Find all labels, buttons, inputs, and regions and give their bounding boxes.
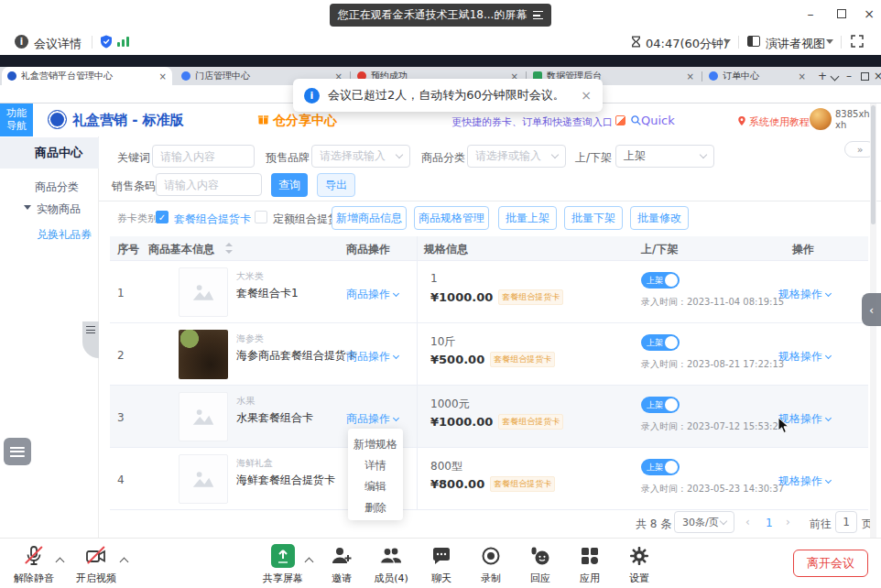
toast-close-icon[interactable]: × <box>581 88 592 103</box>
prev-page-icon[interactable]: ‹ <box>745 516 750 528</box>
menu-item-delete[interactable]: 删除 <box>348 497 403 518</box>
spec-op-link[interactable]: 规格操作 <box>778 349 831 365</box>
sidebar-item-physical-goods[interactable]: 实物商品 <box>37 201 81 217</box>
menu-item-edit[interactable]: 编辑 <box>348 476 403 497</box>
keyword-label: 关键词 <box>117 150 150 166</box>
product-name: 海鲜套餐组合提货卡 <box>236 473 335 488</box>
spec-op-link[interactable]: 规格操作 <box>778 287 831 302</box>
toggle-label: 上架 <box>647 462 663 474</box>
shelf-select[interactable]: 上架 <box>615 145 714 168</box>
entry-time: 录入时间：2023-07-12 15:53:27 <box>641 420 784 433</box>
menu-item-detail[interactable]: 详情 <box>348 455 403 476</box>
quick-entry-icon[interactable] <box>615 115 625 125</box>
page-size-select[interactable]: 30条/页 <box>674 511 734 533</box>
product-photo <box>179 330 228 379</box>
goods-op-link[interactable]: 商品操作 <box>346 349 398 365</box>
sort-icon[interactable] <box>225 243 233 254</box>
scrollbar-thumb[interactable] <box>871 105 876 224</box>
record-button[interactable]: 录制 <box>466 544 516 585</box>
browser-minimize-button[interactable]: – <box>846 70 852 82</box>
shelf-toggle-on[interactable]: 上架 <box>641 272 680 289</box>
sidebar-item-goods-category[interactable]: 商品分类 <box>35 180 79 195</box>
shelf-toggle-on[interactable]: 上架 <box>641 334 680 351</box>
barcode-input[interactable] <box>156 173 262 196</box>
window-minimize-button[interactable]: – <box>799 6 822 21</box>
checkbox-combo-card-label[interactable]: 套餐组合提货卡 <box>174 212 251 227</box>
checkbox-fixed-card-unchecked[interactable] <box>255 211 267 223</box>
start-video-button[interactable]: 开启视频 <box>71 544 121 585</box>
expand-caret-icon[interactable] <box>24 205 31 210</box>
quick-link[interactable]: Quick <box>641 114 675 127</box>
batch-off-shelf-button[interactable]: 批量下架 <box>564 206 623 230</box>
share-screen-button[interactable]: 共享屏幕 <box>258 544 308 585</box>
spec-qty: 1000元 <box>430 397 470 412</box>
fullscreen-icon[interactable] <box>850 34 865 49</box>
spec-qty: 1 <box>430 272 438 285</box>
tab4-close-icon[interactable]: × <box>687 71 694 82</box>
reactions-button[interactable]: 回应 <box>516 544 565 585</box>
shelf-toggle-on[interactable]: 上架 <box>641 397 680 413</box>
batch-on-shelf-button[interactable]: 批量上架 <box>498 206 557 230</box>
shield-icon[interactable] <box>99 34 114 49</box>
floating-list-widget[interactable] <box>4 438 31 465</box>
current-page[interactable]: 1 <box>766 517 773 529</box>
meeting-timer[interactable]: 04:47(60分钟) <box>646 36 728 52</box>
next-page-icon[interactable]: › <box>786 516 790 528</box>
tab5-close-icon[interactable]: × <box>799 71 806 82</box>
goods-op-link-open[interactable]: 商品操作 <box>346 411 398 427</box>
spec-manage-button[interactable]: 商品规格管理 <box>414 206 489 230</box>
search-button[interactable]: 查询 <box>271 173 308 197</box>
th-spec-info: 规格信息 <box>424 242 468 257</box>
menu-item-add-spec[interactable]: 新增规格 <box>348 434 403 455</box>
flap-menu-icon[interactable] <box>86 326 95 333</box>
timer-dropdown-icon[interactable] <box>723 39 731 44</box>
shelf-toggle-on[interactable]: 上架 <box>641 459 680 475</box>
browser-maximize-button[interactable] <box>861 72 869 81</box>
add-goods-button[interactable]: 新增商品信息 <box>332 206 407 230</box>
tab2-favicon <box>181 71 190 81</box>
browser-close-button[interactable]: × <box>874 70 881 82</box>
layout-view-icon[interactable] <box>747 36 760 47</box>
sidebar-section-goods-center[interactable]: 商品中心 <box>0 137 99 169</box>
column-divider <box>417 236 418 510</box>
spec-op-label: 规格操作 <box>778 349 822 365</box>
view-dropdown-icon[interactable] <box>826 39 833 44</box>
members-button[interactable]: 成员(4) <box>366 544 416 585</box>
row-index: 2 <box>117 349 125 362</box>
goto-page-input[interactable] <box>835 511 857 533</box>
tab1-close-icon[interactable]: × <box>159 71 167 82</box>
category-select[interactable]: 请选择或输入 <box>467 145 566 168</box>
chat-button[interactable]: 聊天 <box>417 544 466 585</box>
tutorial-link[interactable]: 系统使用教程 <box>749 115 810 129</box>
leave-meeting-button[interactable]: 离开会议 <box>793 550 868 577</box>
th-goods-info[interactable]: 商品基本信息 <box>148 242 214 257</box>
export-button[interactable]: 导出 <box>317 173 355 197</box>
sidebar-item-gift-voucher-active[interactable]: 兑换礼品券 <box>37 227 92 243</box>
function-nav-tab[interactable]: 功能导航 <box>0 103 33 136</box>
settings-button[interactable]: 设置 <box>615 544 664 585</box>
window-maximize-button[interactable] <box>837 9 846 18</box>
user-avatar[interactable] <box>810 108 832 130</box>
apps-button[interactable]: 应用 <box>565 544 615 585</box>
banner-menu-icon[interactable] <box>533 11 543 19</box>
row-index: 1 <box>117 287 125 299</box>
batch-edit-button[interactable]: 批量修改 <box>630 206 689 230</box>
checkbox-combo-card-checked[interactable]: ✓ <box>156 211 169 223</box>
new-tab-button[interactable]: + <box>818 70 827 82</box>
drawer-handle[interactable]: ‹ <box>862 293 881 326</box>
goods-op-link[interactable]: 商品操作 <box>346 287 398 302</box>
keyword-input[interactable] <box>152 145 255 168</box>
share-center-link[interactable]: 仓分享中心 <box>273 113 337 129</box>
screen: 您正在观看金禾通技术王斌18...的屏幕 – × i 会议详情 04:47(60… <box>0 0 881 588</box>
unmute-button[interactable]: 解除静音 <box>9 544 59 585</box>
meeting-detail-link[interactable]: 会议详情 <box>34 36 82 52</box>
browser-tab-1[interactable]: 礼盒营销平台管理中心 × <box>2 67 172 85</box>
invite-button[interactable]: 邀请 <box>317 544 366 585</box>
divider <box>99 201 881 201</box>
view-mode-label[interactable]: 演讲者视图 <box>766 36 825 52</box>
brand-select[interactable]: 请选择或输入 <box>311 145 410 168</box>
browser-tab-5[interactable]: 订单中心 × <box>703 67 811 85</box>
window-close-button[interactable]: × <box>857 6 881 21</box>
spec-op-link[interactable]: 规格操作 <box>778 474 831 489</box>
goods-op-label: 商品操作 <box>346 287 390 302</box>
